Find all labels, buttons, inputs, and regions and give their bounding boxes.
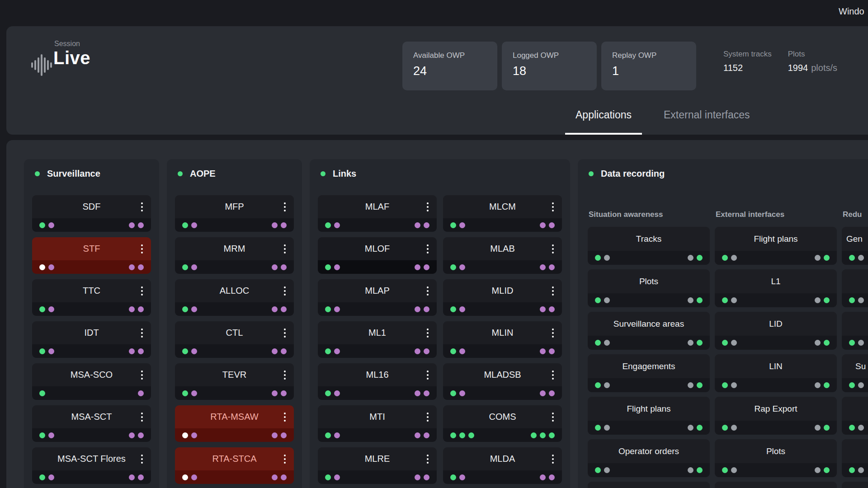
recording-tile-su[interactable]: Su xyxy=(842,354,868,392)
recording-tile-lin[interactable]: LIN xyxy=(715,354,837,392)
recording-tile-plots[interactable]: Plots xyxy=(715,439,837,477)
status-dot-purple xyxy=(415,222,420,228)
status-dot-green xyxy=(595,297,601,303)
recording-tile-tile[interactable] xyxy=(842,439,868,477)
status-dot-purple xyxy=(272,432,278,438)
recording-tile-tile[interactable] xyxy=(842,397,868,435)
recording-tile-tracks[interactable]: Tracks xyxy=(588,227,710,265)
kebab-menu-icon[interactable] xyxy=(283,411,287,423)
status-dots-right xyxy=(415,222,429,228)
recording-tile-flight-plans[interactable]: Flight plans xyxy=(715,227,837,265)
app-tile-msa-sct[interactable]: MSA-SCT xyxy=(32,405,151,442)
kebab-menu-icon[interactable] xyxy=(140,201,144,213)
tile-top: Operator orders xyxy=(588,439,710,463)
tile-name: Surveillance areas xyxy=(613,319,684,329)
kebab-menu-icon[interactable] xyxy=(140,411,144,423)
kebab-menu-icon[interactable] xyxy=(551,243,555,255)
app-tile-rta-stca[interactable]: RTA-STCA xyxy=(175,447,294,484)
kebab-menu-icon[interactable] xyxy=(425,201,430,213)
status-dot-gray xyxy=(688,297,693,303)
app-tile-mladsb[interactable]: MLADSB xyxy=(443,363,562,400)
recording-tile-lid[interactable]: LID xyxy=(715,312,837,350)
kebab-menu-icon[interactable] xyxy=(140,369,144,381)
app-tile-mlab[interactable]: MLAB xyxy=(443,237,562,274)
kebab-menu-icon[interactable] xyxy=(425,243,430,255)
kebab-menu-icon[interactable] xyxy=(283,285,287,297)
app-tile-idt[interactable]: IDT xyxy=(32,321,151,358)
app-tile-mlof[interactable]: MLOF xyxy=(318,237,437,274)
tab-external-interfaces[interactable]: External interfaces xyxy=(653,109,760,135)
kebab-menu-icon[interactable] xyxy=(425,369,430,381)
kebab-menu-icon[interactable] xyxy=(551,327,555,339)
status-dot-purple xyxy=(334,432,340,438)
tile-column: MLAFMLOFMLAPML1ML16MTIMLRE xyxy=(318,195,437,484)
recording-tile-tile[interactable] xyxy=(842,312,868,350)
recording-tile-l1[interactable]: L1 xyxy=(715,269,837,307)
recording-tile-flight-plans[interactable]: Flight plans xyxy=(588,397,710,435)
status-dots-right xyxy=(415,348,429,354)
kebab-menu-icon[interactable] xyxy=(425,411,430,423)
app-tile-mti[interactable]: MTI xyxy=(318,405,437,442)
recording-tile-engagements[interactable]: Engagements xyxy=(588,354,710,392)
app-tile-msa-sco[interactable]: MSA-SCO xyxy=(32,363,151,400)
kebab-menu-icon[interactable] xyxy=(283,453,287,465)
window-menu[interactable]: Windo xyxy=(839,6,864,17)
recording-tile-plots[interactable]: Plots xyxy=(588,269,710,307)
recording-tile-tile[interactable] xyxy=(842,269,868,307)
kebab-menu-icon[interactable] xyxy=(140,327,144,339)
recording-tile-gen[interactable]: Gen xyxy=(842,227,868,265)
status-dot-white xyxy=(182,432,188,438)
app-tile-alloc[interactable]: ALLOC xyxy=(175,279,294,316)
app-tile-sdf[interactable]: SDF xyxy=(32,195,151,232)
metric-system-tracks: System tracks 1152 xyxy=(723,50,772,73)
kebab-menu-icon[interactable] xyxy=(425,453,430,465)
recording-tile-tile[interactable] xyxy=(715,482,837,488)
app-tile-rta-msaw[interactable]: RTA-MSAW xyxy=(175,405,294,442)
kebab-menu-icon[interactable] xyxy=(551,453,555,465)
status-dots-left xyxy=(595,297,610,303)
kebab-menu-icon[interactable] xyxy=(551,201,555,213)
app-tile-ml1[interactable]: ML1 xyxy=(318,321,437,358)
kebab-menu-icon[interactable] xyxy=(283,369,287,381)
kebab-menu-icon[interactable] xyxy=(140,243,144,255)
kebab-menu-icon[interactable] xyxy=(140,453,144,465)
app-tile-mlid[interactable]: MLID xyxy=(443,279,562,316)
status-dots-right xyxy=(129,474,144,480)
status-dot-purple xyxy=(334,222,340,228)
app-tile-msa-sct-flores[interactable]: MSA-SCT Flores xyxy=(32,447,151,484)
kebab-menu-icon[interactable] xyxy=(283,201,287,213)
kebab-menu-icon[interactable] xyxy=(551,285,555,297)
tab-applications[interactable]: Applications xyxy=(565,109,642,135)
app-tile-coms[interactable]: COMS xyxy=(443,405,562,442)
group-tiles: TracksPlotsSurveillance areasEngagements… xyxy=(588,227,710,488)
recording-tile-rap-export[interactable]: Rap Export xyxy=(715,397,837,435)
kebab-menu-icon[interactable] xyxy=(283,327,287,339)
app-tile-tevr[interactable]: TEVR xyxy=(175,363,294,400)
kebab-menu-icon[interactable] xyxy=(140,285,144,297)
app-tile-mlcm[interactable]: MLCM xyxy=(443,195,562,232)
app-tile-ttc[interactable]: TTC xyxy=(32,279,151,316)
kebab-menu-icon[interactable] xyxy=(551,369,555,381)
recording-tile-operator-orders[interactable]: Operator orders xyxy=(588,439,710,477)
app-tile-mfp[interactable]: MFP xyxy=(175,195,294,232)
app-tile-mlap[interactable]: MLAP xyxy=(318,279,437,316)
app-tile-mlre[interactable]: MLRE xyxy=(318,447,437,484)
kebab-menu-icon[interactable] xyxy=(283,243,287,255)
recording-tile-tile[interactable] xyxy=(842,482,868,488)
status-dot-purple xyxy=(48,348,54,354)
app-tile-mlda[interactable]: MLDA xyxy=(443,447,562,484)
app-tile-stf[interactable]: STF xyxy=(32,237,151,274)
app-tile-mlin[interactable]: MLIN xyxy=(443,321,562,358)
app-tile-ctl[interactable]: CTL xyxy=(175,321,294,358)
app-tile-mlaf[interactable]: MLAF xyxy=(318,195,437,232)
status-dot-green xyxy=(531,432,537,438)
recording-tile-surveillance-areas[interactable]: Surveillance areas xyxy=(588,312,710,350)
app-tile-mrm[interactable]: MRM xyxy=(175,237,294,274)
status-dot-purple xyxy=(48,306,54,312)
status-dots-right xyxy=(415,390,429,396)
kebab-menu-icon[interactable] xyxy=(425,327,430,339)
kebab-menu-icon[interactable] xyxy=(551,411,555,423)
recording-tile-tile[interactable] xyxy=(588,482,710,488)
kebab-menu-icon[interactable] xyxy=(425,285,430,297)
app-tile-ml16[interactable]: ML16 xyxy=(318,363,437,400)
